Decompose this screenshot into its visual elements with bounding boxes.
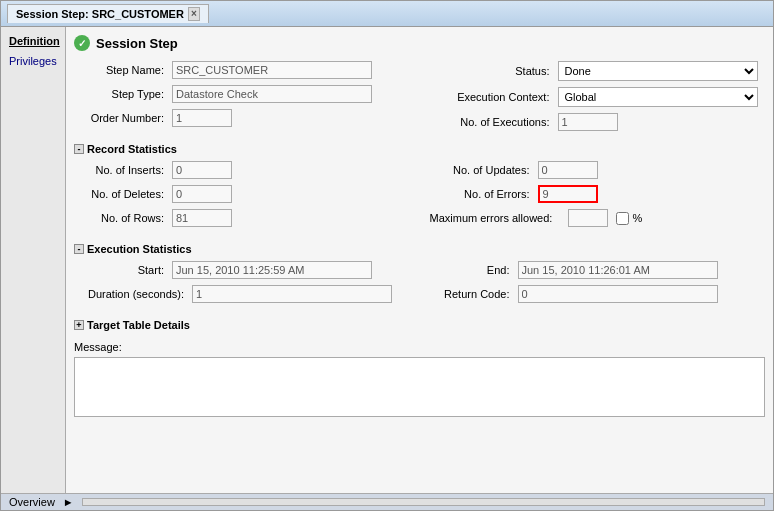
title-bar: Session Step: SRC_CUSTOMER × xyxy=(1,1,773,27)
execution-context-row: Execution Context: Global xyxy=(430,87,766,107)
percent-checkbox[interactable] xyxy=(616,212,629,225)
sidebar: Definition Privileges xyxy=(1,27,66,493)
no-of-executions-label: No. of Executions: xyxy=(430,116,550,128)
window-tab: Session Step: SRC_CUSTOMER × xyxy=(7,4,209,23)
check-icon: ✓ xyxy=(74,35,90,51)
duration-row: Duration (seconds): xyxy=(74,285,410,303)
start-row: Start: xyxy=(74,261,410,279)
main-content: Definition Privileges ✓ Session Step Ste… xyxy=(1,27,773,493)
target-table-header: + Target Table Details xyxy=(74,319,765,331)
collapse-icon[interactable]: - xyxy=(74,144,84,154)
record-statistics-header: - Record Statistics xyxy=(74,143,765,155)
step-type-input[interactable] xyxy=(172,85,372,103)
end-row: End: xyxy=(430,261,766,279)
no-of-updates-label: No. of Updates: xyxy=(430,164,530,176)
bottom-bar: Overview ► xyxy=(1,493,773,510)
step-type-row: Step Type: xyxy=(74,85,410,103)
message-section: Message: xyxy=(74,341,765,417)
record-statistics-section: - Record Statistics No. of Inserts: No. … xyxy=(74,143,765,233)
order-number-input[interactable] xyxy=(172,109,232,127)
nav-arrow[interactable]: ► xyxy=(63,496,74,508)
start-input[interactable] xyxy=(172,261,372,279)
no-of-rows-label: No. of Rows: xyxy=(74,212,164,224)
execution-context-select[interactable]: Global xyxy=(558,87,758,107)
return-code-input[interactable] xyxy=(518,285,718,303)
status-row: Status: Done xyxy=(430,61,766,81)
duration-input[interactable] xyxy=(192,285,392,303)
no-of-inserts-label: No. of Inserts: xyxy=(74,164,164,176)
session-step-title: Session Step xyxy=(96,36,178,51)
no-of-errors-row: No. of Errors: xyxy=(430,185,766,203)
no-of-executions-input[interactable] xyxy=(558,113,618,131)
execution-statistics-section: - Execution Statistics Start: Duration (… xyxy=(74,243,765,309)
step-name-label: Step Name: xyxy=(74,64,164,76)
percent-checkbox-container: % xyxy=(616,212,643,225)
no-of-updates-input[interactable] xyxy=(538,161,598,179)
return-code-label: Return Code: xyxy=(430,288,510,300)
order-number-row: Order Number: xyxy=(74,109,410,127)
content-area: ✓ Session Step Step Name: Step Type: Ord… xyxy=(66,27,773,493)
record-statistics-label: Record Statistics xyxy=(87,143,177,155)
duration-label: Duration (seconds): xyxy=(74,288,184,300)
tab-title: Session Step: SRC_CUSTOMER xyxy=(16,8,184,20)
max-errors-label: Maximum errors allowed: xyxy=(430,212,560,224)
start-label: Start: xyxy=(74,264,164,276)
execution-statistics-header: - Execution Statistics xyxy=(74,243,765,255)
end-input[interactable] xyxy=(518,261,718,279)
max-errors-row: Maximum errors allowed: % xyxy=(430,209,766,227)
percent-label: % xyxy=(633,212,643,224)
no-of-executions-row: No. of Executions: xyxy=(430,113,766,131)
end-label: End: xyxy=(430,264,510,276)
no-of-deletes-label: No. of Deletes: xyxy=(74,188,164,200)
exec-collapse-icon[interactable]: - xyxy=(74,244,84,254)
no-of-deletes-row: No. of Deletes: xyxy=(74,185,410,203)
step-name-row: Step Name: xyxy=(74,61,410,79)
no-of-inserts-row: No. of Inserts: xyxy=(74,161,410,179)
no-of-deletes-input[interactable] xyxy=(172,185,232,203)
scrollbar[interactable] xyxy=(82,498,765,506)
return-code-row: Return Code: xyxy=(430,285,766,303)
status-label: Status: xyxy=(430,65,550,77)
sidebar-item-definition[interactable]: Definition xyxy=(1,31,65,51)
no-of-updates-row: No. of Updates: xyxy=(430,161,766,179)
target-collapse-icon[interactable]: + xyxy=(74,320,84,330)
step-name-input[interactable] xyxy=(172,61,372,79)
target-table-label: Target Table Details xyxy=(87,319,190,331)
message-box xyxy=(74,357,765,417)
execution-context-label: Execution Context: xyxy=(430,91,550,103)
overview-label: Overview xyxy=(9,496,55,508)
section-title: ✓ Session Step xyxy=(74,35,765,51)
step-type-label: Step Type: xyxy=(74,88,164,100)
no-of-rows-row: No. of Rows: xyxy=(74,209,410,227)
no-of-rows-input[interactable] xyxy=(172,209,232,227)
main-window: Session Step: SRC_CUSTOMER × Definition … xyxy=(0,0,774,511)
status-select[interactable]: Done xyxy=(558,61,758,81)
sidebar-item-privileges[interactable]: Privileges xyxy=(1,51,65,71)
target-table-section: + Target Table Details xyxy=(74,319,765,331)
max-errors-input[interactable] xyxy=(568,209,608,227)
close-button[interactable]: × xyxy=(188,7,200,21)
execution-statistics-label: Execution Statistics xyxy=(87,243,192,255)
no-of-inserts-input[interactable] xyxy=(172,161,232,179)
no-of-errors-label: No. of Errors: xyxy=(430,188,530,200)
order-number-label: Order Number: xyxy=(74,112,164,124)
message-label: Message: xyxy=(74,341,122,353)
no-of-errors-input[interactable] xyxy=(538,185,598,203)
